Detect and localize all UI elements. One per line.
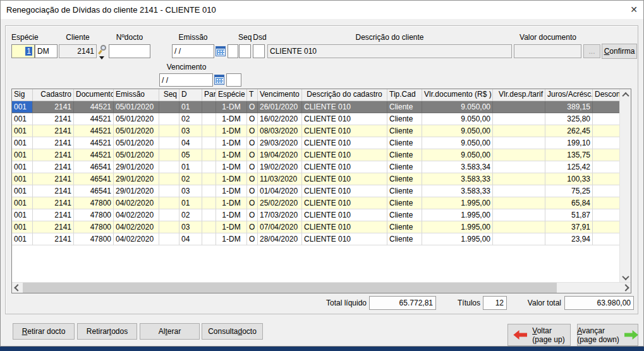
table-row[interactable]: 00121414452105/01/2020051-DMO19/04/2020C… xyxy=(12,149,620,161)
grid-cell[interactable] xyxy=(493,209,545,221)
grid-cell[interactable]: 01/04/2020 xyxy=(258,185,302,197)
grid-cell[interactable]: 19/04/2020 xyxy=(258,149,302,161)
grid-cell[interactable]: 2141 xyxy=(33,101,74,113)
grid-cell[interactable]: 1-DM xyxy=(216,209,247,221)
grid-cell[interactable] xyxy=(593,125,620,137)
grid-cell[interactable]: CLIENTE 010 xyxy=(302,137,387,149)
column-header[interactable]: Desconto xyxy=(593,89,620,101)
grid-cell[interactable] xyxy=(493,113,545,125)
grid-cell[interactable]: 75,25 xyxy=(545,185,593,197)
grid-cell[interactable] xyxy=(202,161,216,173)
grid-cell[interactable]: 44521 xyxy=(74,137,114,149)
grid-cell[interactable]: Cliente xyxy=(387,173,422,185)
grid-cell[interactable]: 001 xyxy=(12,161,33,173)
grid-cell[interactable]: 28/04/2020 xyxy=(258,233,302,245)
consulta-docto-button[interactable]: Consulta docto xyxy=(202,323,263,340)
table-row[interactable]: 00121414780004/02/2020011-DMO25/02/2020C… xyxy=(12,197,620,209)
grid-cell[interactable] xyxy=(493,221,545,233)
grid-cell[interactable] xyxy=(593,173,620,185)
grid-cell[interactable]: 01 xyxy=(179,161,202,173)
grid-cell[interactable]: 9.050,00 xyxy=(422,113,493,125)
grid-cell[interactable]: 29/03/2020 xyxy=(258,137,302,149)
grid-cell[interactable]: 65,84 xyxy=(545,197,593,209)
vencimento-input[interactable]: / / xyxy=(159,73,213,87)
grid-cell[interactable] xyxy=(159,233,179,245)
grid-cell[interactable]: CLIENTE 010 xyxy=(302,185,387,197)
grid-cell[interactable] xyxy=(593,101,620,113)
grid-cell[interactable]: 001 xyxy=(12,185,33,197)
grid-cell[interactable]: 02 xyxy=(179,113,202,125)
grid-cell[interactable]: 2141 xyxy=(33,185,74,197)
grid-cell[interactable]: 02 xyxy=(179,173,202,185)
grid-cell[interactable]: Cliente xyxy=(387,137,422,149)
table-row[interactable]: 00121414654129/01/2020021-DMO11/03/2020C… xyxy=(12,173,620,185)
column-header[interactable]: Par xyxy=(202,89,216,101)
grid-cell[interactable]: O xyxy=(247,209,258,221)
column-header[interactable]: Seq xyxy=(159,89,179,101)
grid-cell[interactable]: 2141 xyxy=(33,137,74,149)
grid-cell[interactable]: Cliente xyxy=(387,197,422,209)
grid-cell[interactable]: O xyxy=(247,101,258,113)
grid-cell[interactable] xyxy=(493,137,545,149)
grid-cell[interactable] xyxy=(493,233,545,245)
grid-cell[interactable]: 44521 xyxy=(74,149,114,161)
grid-cell[interactable]: 04/02/2020 xyxy=(114,197,159,209)
grid-cell[interactable]: CLIENTE 010 xyxy=(302,209,387,221)
grid-cell[interactable]: 04 xyxy=(179,233,202,245)
column-header[interactable]: Descrição do cadastro xyxy=(302,89,387,101)
grid-cell[interactable]: 001 xyxy=(12,197,33,209)
grid-cell[interactable]: 001 xyxy=(12,149,33,161)
chevron-down-icon[interactable] xyxy=(99,56,104,59)
grid-cell[interactable] xyxy=(159,137,179,149)
grid-cell[interactable] xyxy=(159,197,179,209)
grid-cell[interactable]: 1-DM xyxy=(216,173,247,185)
grid-cell[interactable]: 001 xyxy=(12,101,33,113)
grid-cell[interactable]: O xyxy=(247,197,258,209)
grid-cell[interactable]: 001 xyxy=(12,173,33,185)
grid-cell[interactable] xyxy=(493,101,545,113)
grid-cell[interactable]: Cliente xyxy=(387,209,422,221)
grid-cell[interactable] xyxy=(493,149,545,161)
grid-cell[interactable]: CLIENTE 010 xyxy=(302,221,387,233)
grid-cell[interactable]: 125,42 xyxy=(545,161,593,173)
grid-cell[interactable]: Cliente xyxy=(387,161,422,173)
grid-cell[interactable] xyxy=(202,125,216,137)
grid-cell[interactable] xyxy=(202,209,216,221)
grid-cell[interactable]: CLIENTE 010 xyxy=(302,149,387,161)
column-header[interactable]: Vlr.documento (R$ ) xyxy=(422,89,493,101)
grid-cell[interactable] xyxy=(593,161,620,173)
grid-cell[interactable]: 44521 xyxy=(74,125,114,137)
grid-cell[interactable]: 3.583,33 xyxy=(422,185,493,197)
grid-cell[interactable]: 3.583,33 xyxy=(422,173,493,185)
seq-input[interactable] xyxy=(239,44,251,58)
search-icon[interactable] xyxy=(98,44,107,55)
grid-cell[interactable]: 1-DM xyxy=(216,221,247,233)
column-header[interactable]: Emissão xyxy=(114,89,159,101)
table-row[interactable]: 00121414452105/01/2020011-DMO26/01/2020C… xyxy=(12,101,620,113)
grid-cell[interactable]: O xyxy=(247,173,258,185)
grid-cell[interactable] xyxy=(493,125,545,137)
grid-cell[interactable]: 04 xyxy=(179,137,202,149)
grid-cell[interactable] xyxy=(159,161,179,173)
grid-cell[interactable]: O xyxy=(247,149,258,161)
grid-cell[interactable] xyxy=(202,137,216,149)
emissao-extra-field[interactable] xyxy=(228,44,238,58)
grid-cell[interactable]: 02 xyxy=(179,209,202,221)
grid-cell[interactable] xyxy=(202,197,216,209)
grid-cell[interactable]: 325,80 xyxy=(545,113,593,125)
grid-cell[interactable]: 2141 xyxy=(33,173,74,185)
grid-cell[interactable]: O xyxy=(247,113,258,125)
grid-cell[interactable]: 1.995,00 xyxy=(422,197,493,209)
grid-cell[interactable]: 01 xyxy=(179,197,202,209)
grid-cell[interactable] xyxy=(593,233,620,245)
grid-cell[interactable] xyxy=(593,113,620,125)
grid-cell[interactable]: 135,75 xyxy=(545,149,593,161)
grid-cell[interactable]: 17/03/2020 xyxy=(258,209,302,221)
grid-cell[interactable] xyxy=(159,209,179,221)
grid-cell[interactable] xyxy=(493,197,545,209)
column-header[interactable]: Vlr.desp./tarif xyxy=(493,89,545,101)
grid-cell[interactable]: O xyxy=(247,185,258,197)
grid-cell[interactable]: 1.995,00 xyxy=(422,221,493,233)
grid-cell[interactable] xyxy=(159,113,179,125)
column-header[interactable]: D xyxy=(179,89,202,101)
